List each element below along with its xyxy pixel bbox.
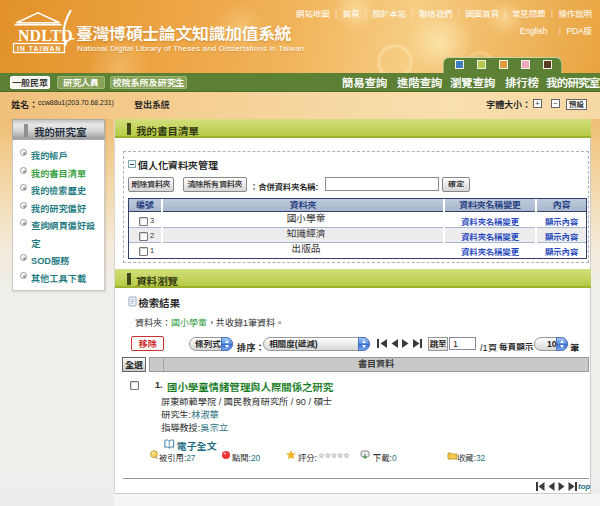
- svg-text:NDLTD: NDLTD: [18, 27, 73, 44]
- svg-text:IN TAIWAN: IN TAIWAN: [17, 45, 61, 52]
